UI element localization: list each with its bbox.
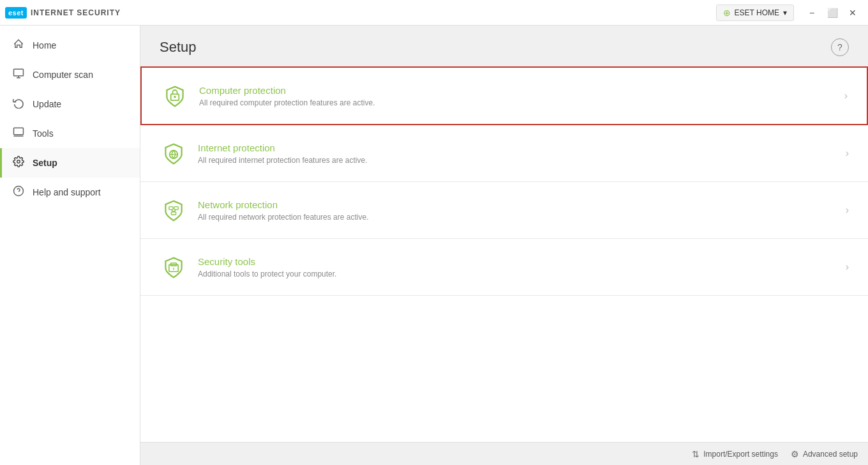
internet-protection-desc: All required internet protection feature… [198,156,835,165]
sidebar: Home Computer scan Update [0,26,140,465]
content-area: Setup ? Computer protection All [140,26,868,465]
setup-list: Computer protection All required compute… [140,66,868,442]
network-protection-desc: All required network protection features… [198,213,835,222]
computer-scan-icon [12,68,25,82]
window-controls: − ⬜ ✕ [802,3,863,23]
setup-item-internet-protection[interactable]: Internet protection All required interne… [140,125,868,182]
tools-icon [12,126,25,141]
main-layout: Home Computer scan Update [0,26,868,465]
internet-protection-title: Internet protection [198,142,835,153]
sidebar-item-home-label: Home [33,40,56,50]
logo-box: eset [5,7,27,19]
sidebar-item-home[interactable]: Home [0,31,140,60]
internet-protection-icon [160,139,188,167]
sidebar-item-help-support[interactable]: Help and support [0,178,140,207]
question-mark-icon: ? [837,42,842,52]
svg-point-3 [17,160,20,164]
titlebar: eset INTERNET SECURITY ⊕ ESET HOME ▾ − ⬜… [0,0,868,26]
titlebar-right: ⊕ ESET HOME ▾ − ⬜ ✕ [716,3,863,23]
setup-item-security-tools[interactable]: Security tools Additional tools to prote… [140,239,868,296]
chevron-down-icon: ▾ [783,8,787,17]
eset-logo: eset INTERNET SECURITY [5,7,121,19]
sidebar-item-setup[interactable]: Setup [0,148,140,178]
help-icon [12,185,25,199]
sidebar-item-update[interactable]: Update [0,89,140,119]
computer-protection-arrow: › [844,90,848,102]
sidebar-item-tools[interactable]: Tools [0,119,140,148]
security-tools-desc: Additional tools to protect your compute… [198,270,835,278]
import-export-label: Import/Export settings [703,450,778,459]
sidebar-item-tools-label: Tools [33,128,54,139]
svg-rect-1 [14,128,24,135]
svg-point-7 [174,96,176,98]
update-icon [12,97,25,111]
svg-rect-11 [174,207,178,210]
sidebar-item-computer-scan-label: Computer scan [33,70,93,80]
footer: ⇅ Import/Export settings ⚙ Advanced setu… [140,442,868,465]
eset-home-label: ESET HOME [735,8,779,17]
advanced-setup-button[interactable]: ⚙ Advanced setup [791,449,858,459]
home-icon [12,38,25,52]
network-protection-arrow: › [846,204,849,216]
svg-rect-0 [14,69,24,76]
security-tools-icon [160,253,188,281]
sidebar-item-update-label: Update [33,99,61,109]
internet-protection-arrow: › [846,148,849,159]
app-title: INTERNET SECURITY [31,8,121,17]
setup-icon [12,156,25,170]
help-circle-button[interactable]: ? [831,38,849,56]
svg-rect-10 [169,207,173,210]
computer-protection-title: Computer protection [199,85,834,96]
minimize-button[interactable]: − [802,3,822,23]
eset-home-icon: ⊕ [723,8,731,18]
security-tools-arrow: › [846,261,849,273]
restore-button[interactable]: ⬜ [822,3,842,23]
close-button[interactable]: ✕ [842,3,863,23]
internet-protection-text: Internet protection All required interne… [198,142,835,165]
advanced-setup-label: Advanced setup [803,450,858,459]
security-tools-title: Security tools [198,256,835,267]
computer-protection-text: Computer protection All required compute… [199,85,834,107]
network-protection-text: Network protection All required network … [198,199,835,222]
setup-item-computer-protection[interactable]: Computer protection All required compute… [140,66,868,125]
content-header: Setup ? [140,26,868,66]
network-protection-icon [160,196,188,224]
sidebar-item-setup-label: Setup [33,158,57,168]
computer-protection-desc: All required computer protection feature… [199,98,834,107]
import-export-button[interactable]: ⇅ Import/Export settings [692,449,778,459]
security-tools-text: Security tools Additional tools to prote… [198,256,835,278]
advanced-setup-icon: ⚙ [791,449,799,459]
setup-item-network-protection[interactable]: Network protection All required network … [140,182,868,239]
computer-protection-icon [161,82,189,110]
svg-rect-12 [171,212,176,215]
import-export-icon: ⇅ [692,449,700,459]
sidebar-item-help-support-label: Help and support [33,187,101,197]
titlebar-left: eset INTERNET SECURITY [5,7,121,19]
page-title: Setup [160,39,197,56]
network-protection-title: Network protection [198,199,835,210]
sidebar-item-computer-scan[interactable]: Computer scan [0,60,140,89]
eset-home-button[interactable]: ⊕ ESET HOME ▾ [716,4,794,21]
